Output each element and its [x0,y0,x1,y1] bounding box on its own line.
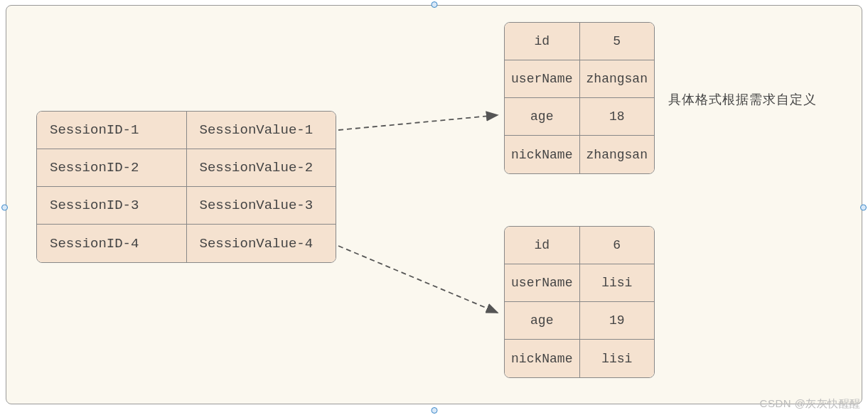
watermark-text: CSDN @灰灰快醒醒 [760,397,861,411]
detail-val-cell: lisi [580,340,655,377]
table-row: age 19 [505,302,654,340]
table-row: id 6 [505,227,654,264]
detail-key-cell: nickName [505,340,580,377]
table-row: nickName zhangsan [505,136,654,173]
session-id-cell: SessionID-4 [37,225,187,262]
session-id-cell: SessionID-2 [37,149,187,186]
detail-table-2: id 6 userName lisi age 19 nickName lisi [504,226,655,378]
table-row: age 18 [505,98,654,136]
session-value-cell: SessionValue-2 [187,149,336,186]
session-value-cell: SessionValue-4 [187,225,336,262]
session-value-cell: SessionValue-3 [187,187,336,224]
table-row: id 5 [505,23,654,60]
detail-key-cell: age [505,302,580,339]
detail-key-cell: userName [505,60,580,97]
session-value-cell: SessionValue-1 [187,112,336,149]
detail-val-cell: 18 [580,98,655,135]
resize-handle-bottom[interactable] [431,407,437,414]
note-text: 具体格式根据需求自定义 [668,91,817,108]
detail-key-cell: id [505,23,580,60]
detail-table-1: id 5 userName zhangsan age 18 nickName z… [504,22,655,174]
session-id-cell: SessionID-1 [37,112,187,149]
detail-val-cell: lisi [580,264,655,301]
table-row: nickName lisi [505,340,654,377]
detail-key-cell: id [505,227,580,264]
detail-key-cell: nickName [505,136,580,173]
table-row: userName lisi [505,264,654,302]
table-row: userName zhangsan [505,60,654,98]
detail-val-cell: zhangsan [580,136,655,173]
detail-val-cell: zhangsan [580,60,655,97]
session-id-cell: SessionID-3 [37,187,187,224]
detail-key-cell: userName [505,264,580,301]
resize-handle-left[interactable] [1,205,8,211]
detail-val-cell: 5 [580,23,655,60]
table-row: SessionID-1 SessionValue-1 [37,112,336,149]
session-table: SessionID-1 SessionValue-1 SessionID-2 S… [36,111,336,263]
detail-val-cell: 6 [580,227,655,264]
table-row: SessionID-3 SessionValue-3 [37,187,336,225]
resize-handle-top[interactable] [431,1,437,8]
detail-val-cell: 19 [580,302,655,339]
detail-key-cell: age [505,98,580,135]
table-row: SessionID-4 SessionValue-4 [37,225,336,262]
resize-handle-right[interactable] [860,205,867,211]
table-row: SessionID-2 SessionValue-2 [37,149,336,187]
